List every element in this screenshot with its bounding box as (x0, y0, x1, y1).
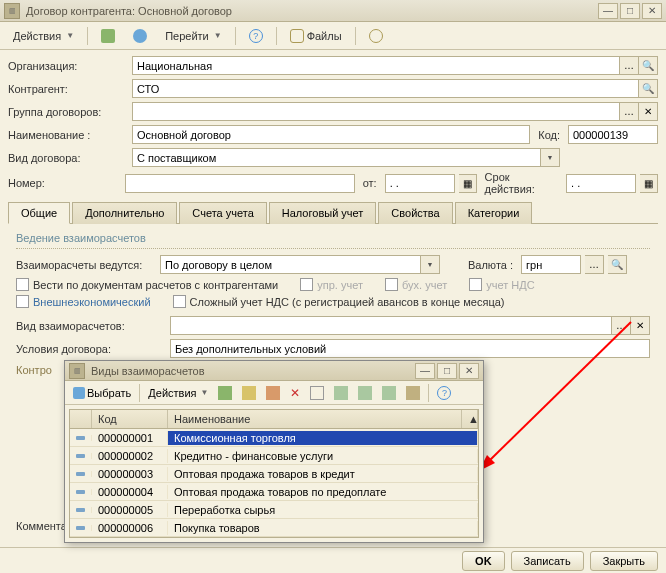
group-select-button[interactable]: … (620, 102, 639, 121)
type-input[interactable]: С поставщиком (132, 148, 541, 167)
goto-menu[interactable]: Перейти▼ (158, 26, 229, 46)
calc-label: Взаиморасчеты ведутся: (16, 259, 156, 271)
calc-input[interactable]: По договору в целом (160, 255, 421, 274)
popup-f4-button[interactable] (378, 384, 400, 402)
grid-row[interactable]: 000000002Кредитно - финансовые услуги (70, 447, 478, 465)
maximize-button[interactable]: □ (620, 3, 640, 19)
actions-menu[interactable]: Действия▼ (6, 26, 81, 46)
grid-row[interactable]: 000000006Покупка товаров (70, 519, 478, 537)
grid-col-name[interactable]: Наименование (168, 410, 462, 428)
grid-col-icon[interactable] (70, 410, 92, 428)
toolbar-btn-2[interactable] (126, 26, 154, 46)
group-input[interactable] (132, 102, 620, 121)
popup-select-button[interactable]: Выбрать (69, 384, 135, 402)
popup-icon: ▥ (69, 363, 85, 379)
tab-additional[interactable]: Дополнительно (72, 202, 177, 224)
help-button[interactable]: ? (242, 26, 270, 46)
toolbar-btn-1[interactable] (94, 26, 122, 46)
foreign-checkbox[interactable]: Внешнеэкономический (16, 295, 151, 308)
currency-search-button[interactable]: 🔍 (608, 255, 627, 274)
row-icon-cell (70, 471, 92, 477)
popup-actions-menu[interactable]: Действия▼ (144, 384, 212, 402)
cond-label: Условия договора: (16, 343, 166, 355)
main-titlebar: ▥ Договор контрагента: Основной договор … (0, 0, 666, 22)
code-label: Код: (534, 129, 564, 141)
currency-label: Валюта : (464, 259, 517, 271)
popup-f3-button[interactable] (354, 384, 376, 402)
currency-select-button[interactable]: … (585, 255, 604, 274)
footer: OK Записать Закрыть (0, 547, 666, 573)
ok-button[interactable]: OK (462, 551, 505, 571)
tab-tax[interactable]: Налоговый учет (269, 202, 377, 224)
row-name: Покупка товаров (168, 521, 478, 535)
name-input[interactable]: Основной договор (132, 125, 530, 144)
code-input[interactable]: 000000139 (568, 125, 658, 144)
item-icon (76, 454, 85, 458)
calc-dropdown[interactable]: ▼ (421, 255, 440, 274)
docs-checkbox[interactable]: Вести по документам расчетов с контраген… (16, 278, 278, 291)
from-calendar-button[interactable]: ▦ (459, 174, 477, 193)
calc-type-input[interactable] (170, 316, 612, 335)
grid-row[interactable]: 000000005Переработка сырья (70, 501, 478, 519)
tab-accounts[interactable]: Счета учета (179, 202, 266, 224)
popup-f2-button[interactable] (330, 384, 352, 402)
row-code: 000000001 (92, 431, 168, 445)
org-select-button[interactable]: … (620, 56, 639, 75)
delete-icon: ✕ (290, 386, 300, 400)
grid-row[interactable]: 000000003Оптовая продажа товаров в креди… (70, 465, 478, 483)
close-form-button[interactable]: Закрыть (590, 551, 658, 571)
grid-row[interactable]: 000000004Оптовая продажа товаров по пред… (70, 483, 478, 501)
item-icon (76, 436, 85, 440)
f4-icon (382, 386, 396, 400)
popup-toolbar: Выбрать Действия▼ ✕ ? (65, 381, 483, 405)
buh-checkbox[interactable]: бух. учет (385, 278, 447, 291)
number-input[interactable] (125, 174, 355, 193)
popup-f5-button[interactable] (402, 384, 424, 402)
popup-delete-button[interactable]: ✕ (286, 384, 304, 402)
from-input[interactable]: . . (385, 174, 455, 193)
upr-checkbox[interactable]: упр. учет (300, 278, 363, 291)
contragent-input[interactable]: СТО (132, 79, 639, 98)
popup-maximize-button[interactable]: □ (437, 363, 457, 379)
calc-type-clear-button[interactable]: ✕ (631, 316, 650, 335)
valid-calendar-button[interactable]: ▦ (640, 174, 658, 193)
from-label: от: (359, 177, 381, 189)
row-code: 000000005 (92, 503, 168, 517)
item-icon (76, 472, 85, 476)
grid-col-scroll: ▲ (462, 410, 478, 428)
files-button[interactable]: Файлы (283, 26, 349, 46)
popup-edit-button[interactable] (262, 384, 284, 402)
minimize-button[interactable]: — (598, 3, 618, 19)
grid-row[interactable]: 000000001Комиссионная торговля (70, 429, 478, 447)
popup-filter1-button[interactable] (306, 384, 328, 402)
tab-properties[interactable]: Свойства (378, 202, 452, 224)
group-clear-button[interactable]: ✕ (639, 102, 658, 121)
refresh-icon (133, 29, 147, 43)
currency-input[interactable]: грн (521, 255, 581, 274)
nds-checkbox[interactable]: учет НДС (469, 278, 534, 291)
tab-general[interactable]: Общие (8, 202, 70, 224)
popup-close-button[interactable]: ✕ (459, 363, 479, 379)
contragent-search-button[interactable]: 🔍 (639, 79, 658, 98)
cond-input[interactable]: Без дополнительных условий (170, 339, 650, 358)
org-input[interactable]: Национальная (132, 56, 620, 75)
row-code: 000000004 (92, 485, 168, 499)
valid-input[interactable]: . . (566, 174, 636, 193)
tab-categories[interactable]: Категории (455, 202, 533, 224)
help-icon: ? (249, 29, 263, 43)
popup-help-button[interactable]: ? (433, 384, 455, 402)
complex-checkbox[interactable]: Сложный учет НДС (с регистрацией авансов… (173, 295, 505, 308)
popup-add-button[interactable] (214, 384, 236, 402)
grid-col-code[interactable]: Код (92, 410, 168, 428)
main-toolbar: Действия▼ Перейти▼ ? Файлы (0, 22, 666, 50)
f5-icon (406, 386, 420, 400)
save-button[interactable]: Записать (511, 551, 584, 571)
app-icon: ▥ (4, 3, 20, 19)
history-button[interactable] (362, 26, 390, 46)
close-button[interactable]: ✕ (642, 3, 662, 19)
popup-copy-button[interactable] (238, 384, 260, 402)
calc-type-select-button[interactable]: … (612, 316, 631, 335)
type-dropdown[interactable]: ▼ (541, 148, 560, 167)
org-search-button[interactable]: 🔍 (639, 56, 658, 75)
popup-minimize-button[interactable]: — (415, 363, 435, 379)
